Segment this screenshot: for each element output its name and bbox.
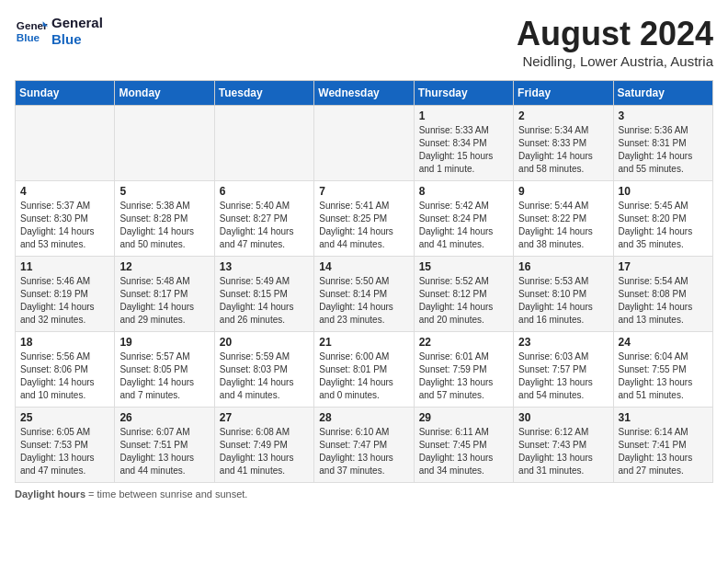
day-number: 5 <box>119 185 209 198</box>
day-info: Sunrise: 5:54 AM Sunset: 8:08 PM Dayligh… <box>619 275 708 327</box>
calendar-cell: 22Sunrise: 6:01 AM Sunset: 7:59 PM Dayli… <box>414 332 513 408</box>
day-number: 26 <box>119 411 209 424</box>
calendar-cell: 26Sunrise: 6:07 AM Sunset: 7:51 PM Dayli… <box>115 408 214 483</box>
day-number: 2 <box>518 109 608 122</box>
day-info: Sunrise: 5:42 AM Sunset: 8:24 PM Dayligh… <box>419 200 508 251</box>
week-row-4: 18Sunrise: 5:56 AM Sunset: 8:06 PM Dayli… <box>16 332 713 408</box>
day-number: 17 <box>619 260 708 273</box>
day-info: Sunrise: 5:57 AM Sunset: 8:05 PM Dayligh… <box>119 350 209 402</box>
calendar-cell: 19Sunrise: 5:57 AM Sunset: 8:05 PM Dayli… <box>115 332 214 408</box>
day-number: 3 <box>619 109 708 122</box>
calendar-cell: 6Sunrise: 5:40 AM Sunset: 8:27 PM Daylig… <box>214 181 313 257</box>
calendar-header: SundayMondayTuesdayWednesdayThursdayFrid… <box>16 81 713 106</box>
day-info: Sunrise: 5:59 AM Sunset: 8:03 PM Dayligh… <box>220 350 309 402</box>
calendar-cell: 25Sunrise: 6:05 AM Sunset: 7:53 PM Dayli… <box>16 408 115 483</box>
calendar-cell: 12Sunrise: 5:48 AM Sunset: 8:17 PM Dayli… <box>115 257 214 332</box>
day-info: Sunrise: 5:40 AM Sunset: 8:27 PM Dayligh… <box>220 200 309 251</box>
calendar-cell: 30Sunrise: 6:12 AM Sunset: 7:43 PM Dayli… <box>514 408 613 483</box>
day-info: Sunrise: 5:48 AM Sunset: 8:17 PM Dayligh… <box>119 275 209 327</box>
day-info: Sunrise: 5:34 AM Sunset: 8:33 PM Dayligh… <box>518 124 608 176</box>
calendar-cell: 17Sunrise: 5:54 AM Sunset: 8:08 PM Dayli… <box>613 257 712 332</box>
day-info: Sunrise: 6:04 AM Sunset: 7:55 PM Dayligh… <box>619 350 708 402</box>
day-number: 20 <box>220 336 309 349</box>
calendar-body: 1Sunrise: 5:33 AM Sunset: 8:34 PM Daylig… <box>16 106 713 483</box>
calendar-cell: 5Sunrise: 5:38 AM Sunset: 8:28 PM Daylig… <box>115 181 214 257</box>
day-info: Sunrise: 5:44 AM Sunset: 8:22 PM Dayligh… <box>518 200 608 251</box>
day-number: 22 <box>419 336 508 349</box>
header-day-wednesday: Wednesday <box>314 81 414 106</box>
day-info: Sunrise: 5:37 AM Sunset: 8:30 PM Dayligh… <box>20 200 109 251</box>
calendar-cell: 27Sunrise: 6:08 AM Sunset: 7:49 PM Dayli… <box>214 408 313 483</box>
header-day-tuesday: Tuesday <box>214 81 313 106</box>
page-header: General Blue General Blue August 2024 Ne… <box>15 15 713 69</box>
day-info: Sunrise: 5:50 AM Sunset: 8:14 PM Dayligh… <box>319 275 408 327</box>
day-number: 18 <box>20 336 109 349</box>
day-info: Sunrise: 5:52 AM Sunset: 8:12 PM Dayligh… <box>419 275 508 327</box>
calendar-cell: 3Sunrise: 5:36 AM Sunset: 8:31 PM Daylig… <box>613 106 712 181</box>
calendar-cell <box>314 106 414 181</box>
calendar-cell: 14Sunrise: 5:50 AM Sunset: 8:14 PM Dayli… <box>314 257 414 332</box>
day-number: 8 <box>419 185 508 198</box>
day-info: Sunrise: 6:01 AM Sunset: 7:59 PM Dayligh… <box>419 350 508 402</box>
header-day-friday: Friday <box>514 81 613 106</box>
calendar-cell: 1Sunrise: 5:33 AM Sunset: 8:34 PM Daylig… <box>414 106 513 181</box>
day-info: Sunrise: 5:53 AM Sunset: 8:10 PM Dayligh… <box>518 275 608 327</box>
calendar-cell: 23Sunrise: 6:03 AM Sunset: 7:57 PM Dayli… <box>514 332 613 408</box>
day-number: 11 <box>20 260 109 273</box>
day-number: 27 <box>220 411 309 424</box>
calendar-cell: 18Sunrise: 5:56 AM Sunset: 8:06 PM Dayli… <box>16 332 115 408</box>
calendar-cell: 8Sunrise: 5:42 AM Sunset: 8:24 PM Daylig… <box>414 181 513 257</box>
title-area: August 2024 Neidling, Lower Austria, Aus… <box>517 15 713 69</box>
day-number: 12 <box>119 260 209 273</box>
day-number: 21 <box>319 336 408 349</box>
day-info: Sunrise: 5:46 AM Sunset: 8:19 PM Dayligh… <box>20 275 109 327</box>
calendar-cell: 4Sunrise: 5:37 AM Sunset: 8:30 PM Daylig… <box>16 181 115 257</box>
logo-icon: General Blue <box>15 15 48 48</box>
header-day-monday: Monday <box>115 81 214 106</box>
day-number: 13 <box>220 260 309 273</box>
day-number: 7 <box>319 185 408 198</box>
logo-line2: Blue <box>51 31 103 48</box>
day-info: Sunrise: 6:05 AM Sunset: 7:53 PM Dayligh… <box>20 426 109 477</box>
day-number: 31 <box>619 411 708 424</box>
calendar-cell: 29Sunrise: 6:11 AM Sunset: 7:45 PM Dayli… <box>414 408 513 483</box>
day-number: 19 <box>119 336 209 349</box>
day-number: 9 <box>518 185 608 198</box>
day-info: Sunrise: 6:08 AM Sunset: 7:49 PM Dayligh… <box>220 426 309 477</box>
day-number: 14 <box>319 260 408 273</box>
footer-label: Daylight hours <box>15 488 85 500</box>
day-number: 25 <box>20 411 109 424</box>
day-info: Sunrise: 5:56 AM Sunset: 8:06 PM Dayligh… <box>20 350 109 402</box>
day-info: Sunrise: 5:33 AM Sunset: 8:34 PM Dayligh… <box>419 124 508 176</box>
calendar-cell: 13Sunrise: 5:49 AM Sunset: 8:15 PM Dayli… <box>214 257 313 332</box>
calendar-cell <box>115 106 214 181</box>
calendar-cell: 11Sunrise: 5:46 AM Sunset: 8:19 PM Dayli… <box>16 257 115 332</box>
week-row-3: 11Sunrise: 5:46 AM Sunset: 8:19 PM Dayli… <box>16 257 713 332</box>
month-title: August 2024 <box>517 15 713 53</box>
day-number: 24 <box>619 336 708 349</box>
day-number: 1 <box>419 109 508 122</box>
calendar-cell <box>214 106 313 181</box>
svg-text:Blue: Blue <box>17 31 40 43</box>
logo-line1: General <box>51 15 103 31</box>
calendar-cell <box>16 106 115 181</box>
day-number: 28 <box>319 411 408 424</box>
day-info: Sunrise: 6:03 AM Sunset: 7:57 PM Dayligh… <box>518 350 608 402</box>
day-number: 16 <box>518 260 608 273</box>
calendar-cell: 24Sunrise: 6:04 AM Sunset: 7:55 PM Dayli… <box>613 332 712 408</box>
calendar-cell: 20Sunrise: 5:59 AM Sunset: 8:03 PM Dayli… <box>214 332 313 408</box>
day-number: 30 <box>518 411 608 424</box>
calendar-cell: 21Sunrise: 6:00 AM Sunset: 8:01 PM Dayli… <box>314 332 414 408</box>
day-info: Sunrise: 6:00 AM Sunset: 8:01 PM Dayligh… <box>319 350 408 402</box>
calendar-cell: 16Sunrise: 5:53 AM Sunset: 8:10 PM Dayli… <box>514 257 613 332</box>
day-info: Sunrise: 5:38 AM Sunset: 8:28 PM Dayligh… <box>119 200 209 251</box>
day-number: 10 <box>619 185 708 198</box>
logo: General Blue General Blue <box>15 15 103 48</box>
footer-note: Daylight hours = time between sunrise an… <box>15 488 713 500</box>
header-day-thursday: Thursday <box>414 81 513 106</box>
calendar-cell: 9Sunrise: 5:44 AM Sunset: 8:22 PM Daylig… <box>514 181 613 257</box>
day-info: Sunrise: 6:10 AM Sunset: 7:47 PM Dayligh… <box>319 426 408 477</box>
day-info: Sunrise: 6:14 AM Sunset: 7:41 PM Dayligh… <box>619 426 708 477</box>
day-number: 15 <box>419 260 508 273</box>
day-info: Sunrise: 6:11 AM Sunset: 7:45 PM Dayligh… <box>419 426 508 477</box>
